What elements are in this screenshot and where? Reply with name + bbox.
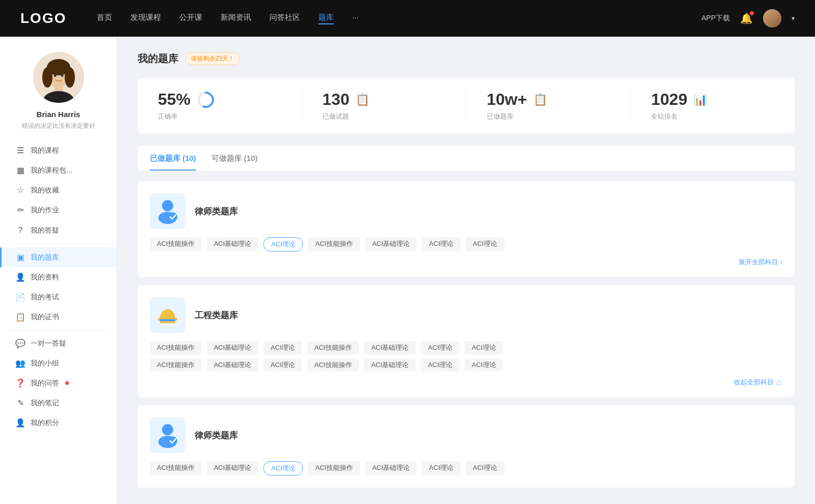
- sidebar-item-group-label: 我的小组: [31, 359, 59, 368]
- one-on-one-icon: 💬: [15, 339, 25, 348]
- tag-aci-skill-op-1[interactable]: ACI技能操作: [150, 237, 202, 251]
- sidebar-item-favorites[interactable]: ☆ 我的收藏: [0, 180, 117, 200]
- sidebar-item-certificate[interactable]: 📋 我的证书: [0, 307, 117, 327]
- stat-done-banks-top: 10w+ 📋: [487, 90, 547, 109]
- nav-link-news[interactable]: 新闻资讯: [221, 13, 251, 24]
- tag-aci-basic-theory-2[interactable]: ACI基础理论: [365, 237, 417, 251]
- expand-link-1[interactable]: 展开全部科目 ›: [150, 256, 782, 269]
- stat-accuracy-value: 55%: [158, 90, 191, 109]
- tag-eng2-aci-basic-2[interactable]: ACI基础理论: [364, 358, 416, 372]
- tag-eng2-aci-theory-2[interactable]: ACI理论: [421, 358, 459, 372]
- main-content: 我的题库 体验剩余23天！ 55% 正确率 130: [117, 37, 815, 504]
- tag3-aci-basic-2[interactable]: ACI基础理论: [365, 461, 417, 475]
- tag3-aci-skill-2[interactable]: ACI技能操作: [308, 461, 360, 475]
- sidebar-item-answers[interactable]: ？ 我的答疑: [0, 220, 117, 241]
- tag-aci-theory-1[interactable]: ACI理论: [263, 237, 303, 251]
- sidebar-item-materials-label: 我的资料: [31, 273, 59, 282]
- tag-aci-theory-2[interactable]: ACI理论: [422, 237, 460, 251]
- donut-chart: [197, 91, 215, 109]
- svg-point-20: [168, 436, 177, 445]
- nav-link-home[interactable]: 首页: [97, 13, 112, 24]
- navbar: LOGO 首页 发现课程 公开课 新闻资讯 问答社区 题库 ··· APP下载 …: [0, 0, 815, 37]
- stat-rank-label: 全站排名: [651, 112, 677, 121]
- nav-link-opencourse[interactable]: 公开课: [179, 13, 202, 24]
- qbank-card-3-icon-wrap: [150, 417, 185, 453]
- nav-link-qa[interactable]: 问答社区: [269, 13, 300, 24]
- nav-link-discover[interactable]: 发现课程: [130, 13, 161, 24]
- svg-point-18: [162, 424, 173, 435]
- sidebar-item-homework[interactable]: ✏ 我的作业: [0, 200, 117, 220]
- tag-eng2-aci-theory-3[interactable]: ACI理论: [465, 358, 503, 372]
- stat-done-questions-label: 已做试题: [322, 112, 349, 121]
- question-bank-icon: ▣: [15, 253, 25, 262]
- sidebar-item-points-label: 我的积分: [31, 418, 59, 428]
- sidebar-item-course-package-label: 我的课程包...: [31, 166, 72, 175]
- tab-done-banks[interactable]: 已做题库 (10): [150, 154, 196, 171]
- svg-point-7: [53, 74, 56, 77]
- tag-aci-basic-theory-1[interactable]: ACI基础理论: [207, 237, 259, 251]
- sidebar-item-materials[interactable]: 👤 我的资料: [0, 267, 117, 287]
- sidebar-item-exam[interactable]: 📄 我的考试: [0, 287, 117, 307]
- nav-link-more[interactable]: ···: [352, 13, 359, 24]
- tag-aci-skill-op-2[interactable]: ACI技能操作: [308, 237, 360, 251]
- stat-rank-top: 1029 📊: [651, 90, 707, 109]
- materials-icon: 👤: [15, 272, 25, 282]
- answers-icon: ？: [15, 225, 25, 236]
- qbank-card-1-title: 律师类题库: [195, 206, 238, 217]
- favorites-icon: ☆: [15, 185, 25, 195]
- tag3-aci-skill-1[interactable]: ACI技能操作: [150, 461, 202, 475]
- stat-accuracy-label: 正确率: [158, 112, 178, 121]
- tag3-aci-theory-2[interactable]: ACI理论: [422, 461, 460, 475]
- sidebar-item-homework-label: 我的作业: [31, 206, 59, 215]
- nav-link-question-bank[interactable]: 题库: [318, 13, 334, 24]
- sidebar-divider-2: [10, 330, 106, 330]
- tag-eng2-aci-skill-1[interactable]: ACI技能操作: [150, 358, 202, 372]
- sidebar-item-question-bank[interactable]: ▣ 我的题库: [0, 247, 117, 267]
- sidebar-item-points[interactable]: 👤 我的积分: [0, 413, 117, 433]
- tag3-aci-theory-3[interactable]: ACI理论: [466, 461, 504, 475]
- avatar-dropdown-icon[interactable]: ▾: [792, 15, 795, 22]
- tag-eng2-aci-basic-1[interactable]: ACI基础理论: [207, 358, 259, 372]
- avatar-image: [763, 9, 781, 27]
- tag3-aci-basic-1[interactable]: ACI基础理论: [207, 461, 259, 475]
- tag-eng-aci-basic-1[interactable]: ACI基础理论: [207, 341, 259, 354]
- notification-bell[interactable]: 🔔: [740, 12, 753, 24]
- svg-point-11: [162, 200, 173, 211]
- collapse-link-2[interactable]: 收起全部科目 △: [150, 376, 782, 389]
- avatar[interactable]: [763, 9, 781, 27]
- sidebar-item-course-package[interactable]: ▦ 我的课程包...: [0, 160, 117, 180]
- tag-aci-theory-3[interactable]: ACI理论: [466, 237, 504, 251]
- tag-eng-aci-theory-2[interactable]: ACI理论: [421, 341, 459, 354]
- tag-eng-aci-skill-1[interactable]: ACI技能操作: [150, 341, 202, 354]
- sidebar-item-notes[interactable]: ✎ 我的笔记: [0, 393, 117, 413]
- lawyer-icon: [155, 199, 180, 224]
- tag-eng-aci-skill-2[interactable]: ACI技能操作: [307, 341, 359, 354]
- stats-row: 55% 正确率 130 📋 已做试题: [138, 78, 795, 133]
- tag-eng-aci-theory-3[interactable]: ACI理论: [465, 341, 503, 354]
- tab-available-banks[interactable]: 可做题库 (10): [211, 154, 258, 171]
- qbank-card-3-title: 律师类题库: [195, 430, 238, 441]
- stat-done-banks: 10w+ 📋 已做题库: [467, 90, 631, 121]
- stat-accuracy: 55% 正确率: [138, 90, 302, 121]
- app-download-link[interactable]: APP下载: [701, 14, 730, 23]
- stat-done-questions-value: 130: [322, 90, 349, 109]
- sidebar-item-my-courses[interactable]: ☰ 我的课程: [0, 141, 117, 160]
- sidebar-item-group[interactable]: 👥 我的小组: [0, 353, 117, 373]
- qbank-card-1-tags: ACI技能操作 ACI基础理论 ACI理论 ACI技能操作 ACI基础理论 AC…: [150, 237, 782, 251]
- tag-eng2-aci-skill-2[interactable]: ACI技能操作: [307, 358, 359, 372]
- qbank-card-2-icon-wrap: [150, 297, 185, 333]
- tag3-aci-theory-1[interactable]: ACI理论: [263, 461, 303, 475]
- chart-red-icon: 📊: [693, 93, 707, 106]
- stat-done-questions: 130 📋 已做试题: [302, 90, 467, 121]
- qbank-card-2-tags-row1: ACI技能操作 ACI基础理论 ACI理论 ACI技能操作 ACI基础理论 AC…: [150, 341, 782, 354]
- tag-eng-aci-basic-2[interactable]: ACI基础理论: [364, 341, 416, 354]
- sidebar: Brian Harris 错误的决定比没有决定要好 ☰ 我的课程 ▦ 我的课程包…: [0, 37, 117, 504]
- sidebar-item-my-qa[interactable]: ❓ 我的问答: [0, 373, 117, 393]
- nav-logo: LOGO: [20, 10, 66, 26]
- tag-eng2-aci-theory-1[interactable]: ACI理论: [263, 358, 302, 372]
- qbank-card-1-icon-wrap: [150, 193, 185, 229]
- sidebar-item-question-bank-label: 我的题库: [31, 253, 59, 262]
- tag-eng-aci-theory-1[interactable]: ACI理论: [263, 341, 302, 354]
- svg-point-5: [42, 67, 52, 88]
- sidebar-item-one-on-one[interactable]: 💬 一对一答疑: [0, 333, 117, 353]
